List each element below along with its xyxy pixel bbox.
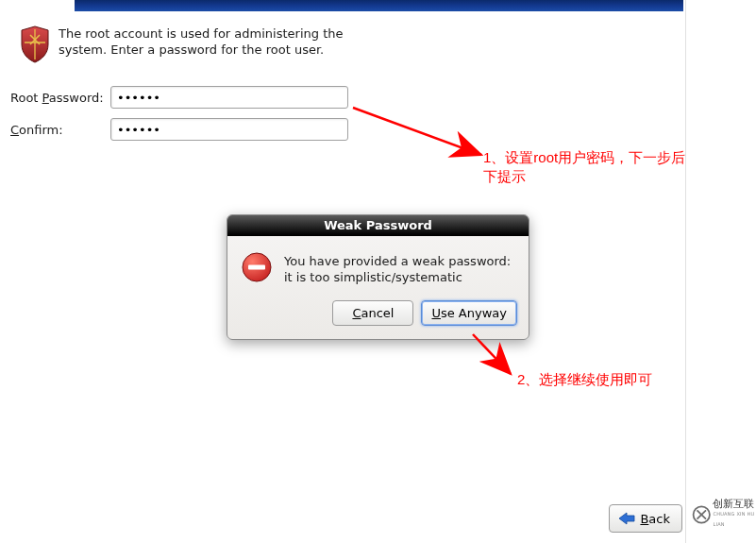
watermark-line1: 创新互联 bbox=[713, 499, 756, 509]
installer-banner bbox=[75, 0, 683, 11]
svg-line-3 bbox=[473, 334, 511, 374]
intro-text: The root account is used for administeri… bbox=[59, 25, 359, 63]
watermark-line2: CHUANG XIN HU LIAN bbox=[713, 509, 756, 530]
dialog-message: You have provided a weak password: it is… bbox=[284, 251, 515, 285]
root-password-input[interactable] bbox=[110, 86, 348, 109]
confirm-password-label: Confirm: bbox=[10, 123, 110, 137]
svg-rect-2 bbox=[248, 265, 265, 270]
confirm-password-input[interactable] bbox=[110, 118, 348, 141]
error-icon bbox=[241, 251, 273, 283]
annotation-text-2: 2、选择继续使用即可 bbox=[517, 370, 652, 389]
use-anyway-button[interactable]: Use Anyway bbox=[421, 300, 517, 326]
watermark-logo-icon bbox=[692, 502, 711, 527]
back-button[interactable]: Back bbox=[609, 504, 682, 533]
shield-icon bbox=[19, 25, 51, 63]
root-password-form: Root Password: Confirm: bbox=[10, 86, 388, 150]
back-arrow-icon bbox=[617, 511, 636, 526]
weak-password-dialog: Weak Password You have provided a weak p… bbox=[227, 214, 529, 340]
watermark-sidebar: 创新互联 CHUANG XIN HU LIAN bbox=[685, 0, 756, 543]
root-password-intro: The root account is used for administeri… bbox=[19, 25, 359, 63]
dialog-title: Weak Password bbox=[227, 215, 529, 236]
cancel-button[interactable]: Cancel bbox=[332, 300, 413, 326]
root-password-label: Root Password: bbox=[10, 91, 110, 105]
